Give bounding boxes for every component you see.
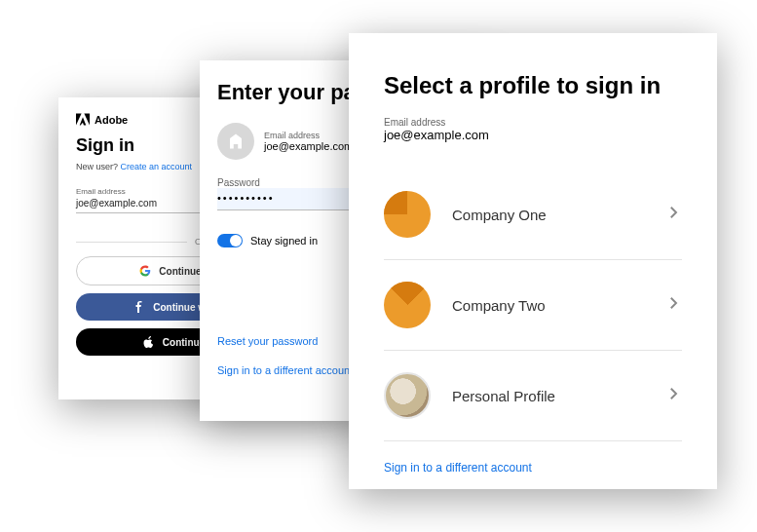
building-icon [227,133,245,150]
profile-avatar [384,191,431,238]
stay-signed-in-toggle[interactable] [217,234,243,247]
brand-text: Adobe [95,114,128,126]
adobe-logo-icon [76,113,90,126]
svg-marker-2 [80,117,87,125]
profile-item-company-two[interactable]: Company Two [384,260,682,351]
chevron-right-icon [664,294,682,316]
email-label: Email address [384,117,682,128]
new-user-text: New user? [76,162,121,171]
profile-select-card: Select a profile to sign in Email addres… [349,33,717,489]
profile-avatar [384,372,431,419]
profile-name: Personal Profile [452,388,643,404]
facebook-icon [133,301,145,313]
chevron-right-icon [664,385,682,406]
profile-avatar [384,282,431,328]
chevron-right-icon [664,204,682,225]
email-label: Email address [264,131,353,140]
create-account-link[interactable]: Create an account [121,162,193,171]
email-value: joe@example.com [384,128,682,142]
email-labels: Email address joe@example.com [264,131,353,152]
profile-item-company-one[interactable]: Company One [384,170,682,260]
avatar-placeholder [217,123,254,160]
profile-item-personal[interactable]: Personal Profile [384,351,682,441]
profile-name: Company One [452,207,643,223]
different-account-link[interactable]: Sign in to a different account [384,461,682,475]
profile-name: Company Two [452,297,643,314]
profile-title: Select a profile to sign in [384,72,682,99]
google-icon [139,265,151,277]
stay-signed-in-label: Stay signed in [250,235,318,247]
email-value: joe@example.com [264,140,353,152]
apple-icon [143,336,155,348]
